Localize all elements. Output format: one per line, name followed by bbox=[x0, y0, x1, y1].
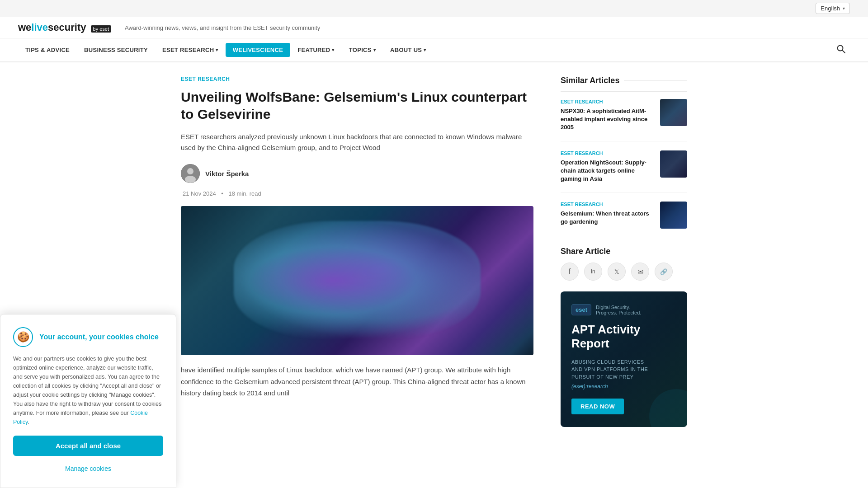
svg-line-1 bbox=[842, 50, 845, 53]
article-read-time: 18 min. read bbox=[229, 190, 261, 197]
similar-article-nightscout: ESET RESEARCH Operation NightScout: Supp… bbox=[561, 150, 687, 193]
similar-article-category-1: ESET RESEARCH bbox=[561, 99, 655, 104]
article-category: ESET RESEARCH bbox=[181, 76, 533, 82]
cookie-header: 🍪 Your account, your cookies choice bbox=[13, 327, 163, 347]
similar-articles-title: Similar Articles bbox=[561, 76, 687, 92]
similar-article-category-2: ESET RESEARCH bbox=[561, 150, 655, 156]
nav-item-topics[interactable]: TOPICS ▾ bbox=[342, 38, 383, 61]
site-header: welivesecurity by eset Award-winning new… bbox=[0, 17, 868, 38]
cookie-title: Your account, your cookies choice bbox=[39, 333, 159, 342]
apt-banner-title: APT Activity Report bbox=[571, 323, 676, 351]
article-meta: 21 Nov 2024 • 18 min. read bbox=[181, 190, 533, 197]
similar-article-title-3[interactable]: Gelsemium: When threat actors go gardeni… bbox=[561, 210, 655, 226]
nav-item-business-security[interactable]: BUSINESS SECURITY bbox=[77, 38, 155, 61]
nav-item-tips-advice[interactable]: TIPS & ADVICE bbox=[18, 38, 77, 61]
top-bar: English ▾ bbox=[0, 0, 868, 17]
copy-link-button[interactable]: 🔗 bbox=[655, 263, 673, 281]
cookie-banner: 🍪 Your account, your cookies choice We a… bbox=[0, 314, 176, 441]
cookie-icon: 🍪 bbox=[13, 327, 33, 347]
svg-point-4 bbox=[185, 176, 196, 183]
similar-article-thumb-1 bbox=[660, 99, 687, 126]
similar-article-title-2[interactable]: Operation NightScout: Supply-chain attac… bbox=[561, 159, 655, 183]
featured-chevron-icon: ▾ bbox=[332, 47, 334, 52]
similar-article-gelsemium: ESET RESEARCH Gelsemium: When threat act… bbox=[561, 202, 687, 238]
author-row: Viktor Šperka bbox=[181, 164, 533, 183]
logo-live: live bbox=[31, 22, 48, 33]
nav-item-about-us[interactable]: ABOUT US ▾ bbox=[383, 38, 434, 61]
apt-read-now-button[interactable]: READ NOW bbox=[571, 399, 624, 414]
language-label: English bbox=[821, 5, 840, 12]
eset-research-chevron-icon: ▾ bbox=[216, 47, 218, 52]
apt-banner-desc: ABUSING CLOUD SERVICES AND VPN PLATFORMS… bbox=[571, 358, 676, 381]
search-button[interactable] bbox=[832, 40, 850, 60]
article-date: 21 Nov 2024 bbox=[183, 190, 216, 197]
twitter-share-button[interactable]: 𝕏 bbox=[608, 263, 626, 281]
article-hero-image bbox=[181, 206, 533, 355]
similar-article-nspx30: ESET RESEARCH NSPX30: A sophisticated Ai… bbox=[561, 99, 687, 141]
author-avatar bbox=[181, 164, 200, 183]
apt-banner: eset Digital Security. Progress. Protect… bbox=[561, 291, 687, 427]
main-container: ESET RESEARCH Unveiling WolfsBane: Gelse… bbox=[163, 62, 705, 441]
nav-item-featured[interactable]: FEATURED ▾ bbox=[290, 38, 342, 61]
nav-item-eset-research[interactable]: ESET RESEARCH ▾ bbox=[155, 38, 226, 61]
similar-article-thumb-2 bbox=[660, 150, 687, 178]
logo-we: we bbox=[18, 22, 31, 33]
logo-security: security bbox=[48, 22, 86, 33]
author-name: Viktor Šperka bbox=[205, 170, 249, 178]
facebook-share-button[interactable]: f bbox=[561, 263, 579, 281]
article-excerpt: ESET researchers analyzed previously unk… bbox=[181, 131, 533, 153]
nav-item-welivescience[interactable]: WeLiveScience bbox=[226, 43, 291, 57]
share-title: Share Article bbox=[561, 247, 687, 256]
share-icons: f in 𝕏 ✉ 🔗 bbox=[561, 263, 687, 281]
email-share-button[interactable]: ✉ bbox=[631, 263, 649, 281]
main-nav: TIPS & ADVICE BUSINESS SECURITY ESET RES… bbox=[0, 38, 868, 62]
cookie-body: We and our partners use cookies to give … bbox=[13, 354, 163, 427]
similar-articles-section: Similar Articles ESET RESEARCH NSPX30: A… bbox=[561, 76, 687, 238]
article: ESET RESEARCH Unveiling WolfsBane: Gelse… bbox=[181, 76, 533, 427]
article-meta-separator: • bbox=[221, 190, 223, 197]
logo-by-eset: by eset bbox=[91, 25, 111, 33]
similar-article-category-3: ESET RESEARCH bbox=[561, 202, 655, 207]
linkedin-share-button[interactable]: in bbox=[584, 263, 602, 281]
site-logo[interactable]: welivesecurity by eset bbox=[18, 22, 111, 33]
share-section: Share Article f in 𝕏 ✉ 🔗 bbox=[561, 247, 687, 281]
language-chevron-icon: ▾ bbox=[843, 6, 845, 11]
eset-badge: eset bbox=[571, 304, 591, 315]
language-selector[interactable]: English ▾ bbox=[816, 3, 850, 14]
apt-progress-protected: Progress. Protected. bbox=[596, 310, 641, 315]
about-us-chevron-icon: ▾ bbox=[424, 47, 426, 52]
svg-point-3 bbox=[187, 168, 193, 174]
article-body: have identified multiple samples of Linu… bbox=[181, 364, 533, 399]
article-title: Unveiling WolfsBane: Gelsemium's Linux c… bbox=[181, 89, 533, 122]
sidebar: Similar Articles ESET RESEARCH NSPX30: A… bbox=[561, 76, 687, 427]
apt-banner-brand: (eset):research bbox=[571, 383, 676, 389]
apt-digital-security: Digital Security. bbox=[596, 305, 641, 310]
apt-banner-logo: eset Digital Security. Progress. Protect… bbox=[571, 304, 676, 315]
topics-chevron-icon: ▾ bbox=[373, 47, 376, 52]
similar-article-title-1[interactable]: NSPX30: A sophisticated AitM-enabled imp… bbox=[561, 107, 655, 132]
similar-article-thumb-3 bbox=[660, 202, 687, 229]
site-tagline: Award-winning news, views, and insight f… bbox=[125, 24, 850, 31]
accept-cookies-button[interactable]: Accept all and close bbox=[13, 436, 163, 441]
